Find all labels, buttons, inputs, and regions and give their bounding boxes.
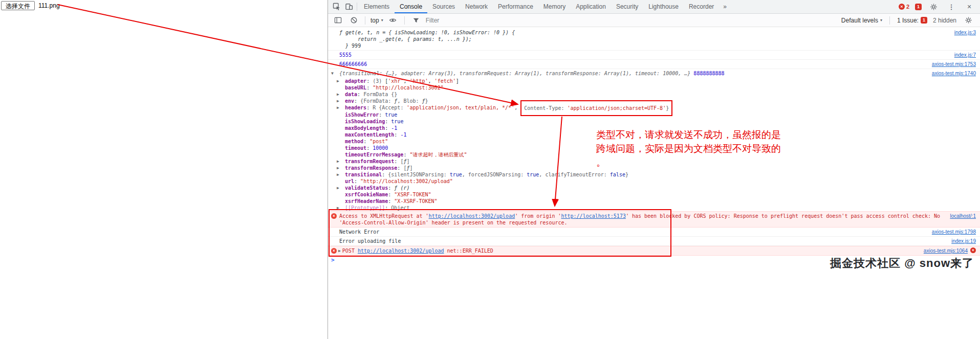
row-gutter: ▶ [337,185,343,191]
row-gutter: ▶ [337,205,343,211]
expand-arrow-icon[interactable]: ▶ [337,205,339,211]
live-expression-eye-icon[interactable] [387,16,399,24]
expand-arrow-icon[interactable]: ▶ [337,172,339,177]
expand-arrow-icon[interactable]: ▶ [338,248,341,254]
log-5555[interactable]: 5555index.js:7 [328,51,980,60]
inspect-element-icon[interactable] [331,0,343,13]
issues-count-badge[interactable]: 1 [915,4,922,10]
console-settings-gear-icon[interactable] [962,16,974,24]
source-link[interactable]: axios-test.mjs:1064 [924,247,968,254]
row-gutter [337,131,343,132]
expand-arrow-icon[interactable]: ▶ [337,185,339,191]
tab-memory[interactable]: Memory [538,0,571,13]
row-gutter: ▶ [337,104,343,110]
row-content: Access to XMLHttpRequest at 'http://loca… [339,213,943,226]
filter-input[interactable] [426,17,838,24]
tab-sources[interactable]: Sources [427,0,460,13]
expand-arrow-icon[interactable]: ▶ [337,165,339,171]
source-link[interactable]: index.js:19 [951,238,976,244]
row-content: headers: R {Accept: 'application/json, t… [345,104,976,111]
log-levels-selector[interactable]: Default levels ▾ [841,17,882,24]
prop-data[interactable]: ▶data: FormData {} [328,91,980,98]
selected-file-name: 111.png [38,2,60,9]
console-toolbar: top ▾ Default levels ▾ 1 Issue: 1 2 hidd… [328,14,980,27]
devtools-panel: ElementsConsoleSourcesNetworkPerformance… [328,0,980,339]
tab-application[interactable]: Application [571,0,611,13]
close-devtools-icon[interactable]: × [963,3,975,11]
log-error-uploading-file[interactable]: Error uploading fileindex.js:19 [328,237,980,246]
error-cors[interactable]: ×Access to XMLHttpRequest at 'http://loc… [328,211,980,228]
source-link[interactable]: index.js:7 [954,52,976,58]
row-content: 5555 [339,52,947,58]
clear-console-icon[interactable] [347,16,360,24]
prop-prototype[interactable]: ▶[[Prototype]]: Object [328,205,980,211]
row-content: baseURL: "http://localhost:3002" [345,84,976,91]
source-link[interactable]: index.js:3 [954,29,976,36]
prop-baseURL[interactable]: baseURL: "http://localhost:3002" [328,84,980,91]
prop-xsrfHeaderName[interactable]: xsrfHeaderName: "X-XSRF-TOKEN" [328,198,980,205]
toolbar-divider [404,16,405,25]
more-options-icon[interactable]: ⋮ [945,3,957,11]
prop-url[interactable]: url: "http://localhost:3002/upload" [328,178,980,185]
log-config-object[interactable]: ▼{transitional: {…}, adapter: Array(3), … [328,69,980,78]
prop-validateStatus[interactable]: ▶validateStatus: ƒ (r) [328,185,980,191]
error-post-failed[interactable]: ×▶POST http://localhost:3002/upload net:… [328,246,980,256]
source-link[interactable]: axios-test.mjs:1740 [932,70,976,77]
device-toolbar-icon[interactable] [343,0,355,13]
row-content: [[Prototype]]: Object [345,205,976,211]
expand-arrow-icon[interactable]: ▶ [337,92,339,97]
devtools-tabbar: ElementsConsoleSourcesNetworkPerformance… [328,0,980,14]
tab-lighthouse[interactable]: Lighthouse [643,0,684,13]
issues-button[interactable]: 1 Issue: 1 [897,17,927,24]
prop-xsrfCookieName[interactable]: xsrfCookieName: "XSRF-TOKEN" [328,191,980,198]
issue-badge: 1 [921,17,927,24]
prompt-chevron[interactable]: > [331,257,335,263]
expand-arrow-icon[interactable]: ▶ [337,98,339,104]
watermark: 掘金技术社区 @ snow来了 [830,256,974,271]
settings-gear-icon[interactable] [927,3,940,11]
expand-arrow-icon[interactable]: ▼ [331,71,334,76]
row-gutter [337,151,343,152]
row-gutter: ×▶ [331,247,341,254]
prop-adapter[interactable]: ▶adapter: (3) ['xhr', 'http', 'fetch'] [328,78,980,84]
console-error-count-badge[interactable]: × 2 [899,4,909,10]
tab-network[interactable]: Network [460,0,493,13]
tab-console[interactable]: Console [395,0,427,13]
console-sidebar-icon[interactable] [332,16,344,24]
expand-arrow-icon[interactable]: ▶ [337,105,339,110]
expand-arrow-icon[interactable]: ▶ [337,78,339,84]
source-link[interactable]: localhost/:1 [950,213,976,219]
chevron-down-icon: ▾ [880,18,882,22]
file-input-control[interactable]: 选择文件 111.png [1,1,60,10]
prop-transitional[interactable]: ▶transitional: {silentJSONParsing: true,… [328,171,980,178]
row-content: adapter: (3) ['xhr', 'http', 'fetch'] [345,78,976,84]
row-gutter [337,145,343,145]
row-content: {transitional: {…}, adapter: Array(3), t… [339,70,925,77]
row-gutter [331,238,338,238]
source-link[interactable]: axios-test.mjs:1798 [932,229,976,235]
choose-file-button[interactable]: 选择文件 [1,1,35,10]
source-link[interactable]: axios-test.mjs:1753 [932,61,976,67]
log-function[interactable]: ƒ get(e, t, n = { isShowLoading: !0, isS… [328,28,980,51]
row-content: Network Error [339,229,925,235]
prop-headers[interactable]: ▶headers: R {Accept: 'application/json, … [328,104,980,111]
row-gutter [337,138,343,139]
tab-performance[interactable]: Performance [493,0,538,13]
prop-isShowLoading[interactable]: isShowLoading: true [328,118,980,125]
log-network-error[interactable]: Network Erroraxios-test.mjs:1798 [328,228,980,237]
log-666666666[interactable]: 666666666axios-test.mjs:1753 [328,60,980,69]
devtools-tabs: ElementsConsoleSourcesNetworkPerformance… [359,0,719,13]
tab-security[interactable]: Security [611,0,643,13]
tab-recorder[interactable]: Recorder [684,0,719,13]
more-tabs-chevron[interactable]: » [719,0,731,13]
toolbar-divider [357,3,357,11]
context-selector[interactable]: top ▾ [371,17,383,24]
row-content: xsrfCookieName: "XSRF-TOKEN" [345,191,976,198]
row-gutter [331,229,338,229]
hidden-messages-label[interactable]: 2 hidden [933,17,956,24]
row-gutter [337,125,343,125]
expand-arrow-icon[interactable]: ▶ [337,159,339,164]
row-gutter [337,191,343,192]
error-icon: × [331,248,337,254]
tab-elements[interactable]: Elements [359,0,395,13]
